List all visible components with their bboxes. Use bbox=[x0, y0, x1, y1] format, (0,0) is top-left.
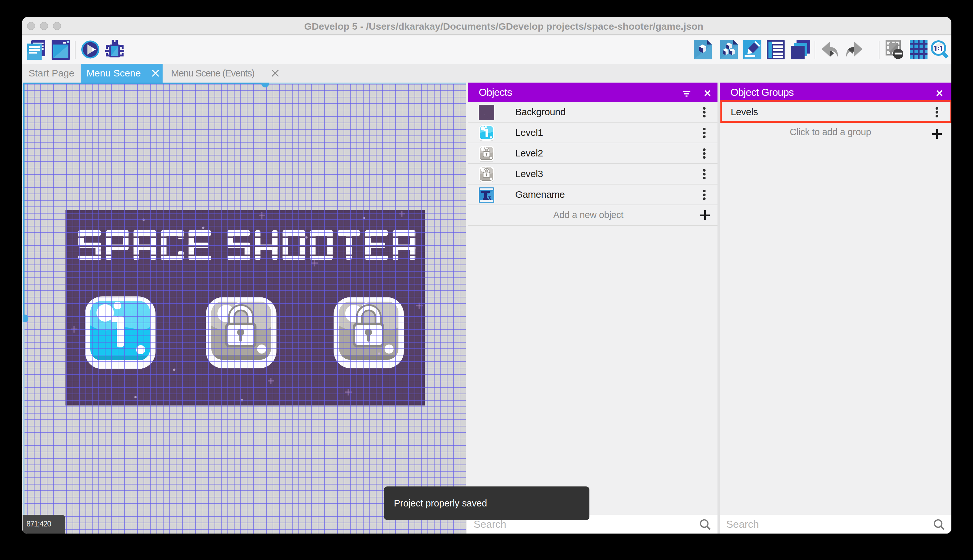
svg-text:x: x bbox=[488, 194, 491, 201]
